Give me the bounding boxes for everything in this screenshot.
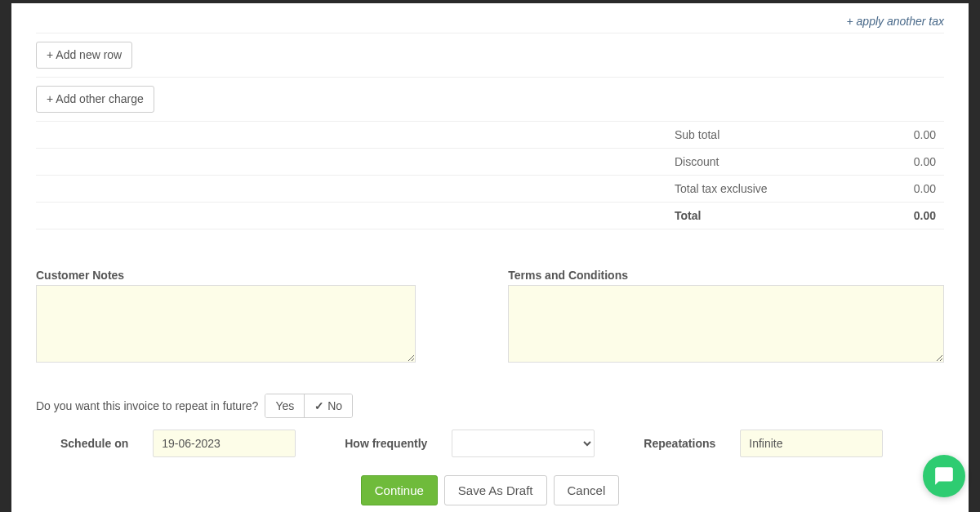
total-value: 0.00 [895,209,944,222]
customer-notes-textarea[interactable] [36,285,416,363]
save-as-draft-button[interactable]: Save As Draft [444,475,547,505]
schedule-on-input[interactable] [153,430,296,457]
subtotal-value: 0.00 [895,128,944,141]
chat-fab[interactable] [923,455,965,497]
cancel-button[interactable]: Cancel [554,475,620,505]
repeat-no-label: No [327,399,342,412]
discount-label: Discount [666,155,895,168]
subtotal-label: Sub total [666,128,895,141]
discount-value: 0.00 [895,155,944,168]
terms-conditions-textarea[interactable] [508,285,944,363]
chat-icon [933,465,955,487]
terms-conditions-label: Terms and Conditions [508,269,944,282]
check-icon: ✓ [314,399,324,412]
subtotal-row: Sub total 0.00 [36,122,944,149]
how-frequently-label: How frequently [345,437,427,450]
tax-exclusive-value: 0.00 [895,182,944,195]
continue-button[interactable]: Continue [361,475,438,505]
repeat-toggle-group: Yes ✓No [265,394,353,418]
add-other-charge-button[interactable]: + Add other charge [36,86,154,113]
repeat-no-button[interactable]: ✓No [304,394,352,417]
tax-exclusive-label: Total tax exclusive [666,182,895,195]
add-new-row-button[interactable]: + Add new row [36,42,132,69]
repeat-question-text: Do you want this invoice to repeat in fu… [36,399,258,412]
total-label: Total [666,209,895,222]
customer-notes-label: Customer Notes [36,269,472,282]
tax-exclusive-row: Total tax exclusive 0.00 [36,176,944,203]
repeat-yes-button[interactable]: Yes [265,394,304,417]
total-row: Total 0.00 [36,203,944,229]
apply-another-tax-link[interactable]: + apply another tax [847,15,944,28]
schedule-on-label: Schedule on [60,437,128,450]
repetitions-input[interactable] [740,430,883,457]
repetitions-label: Repeatations [644,437,715,450]
how-frequently-select[interactable] [452,430,595,457]
discount-row: Discount 0.00 [36,149,944,176]
